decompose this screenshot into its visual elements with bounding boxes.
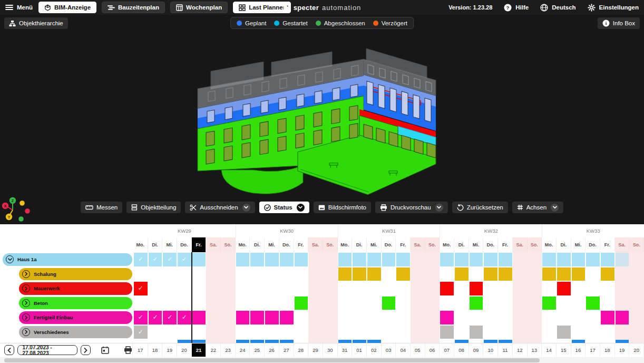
gantt-cell[interactable] xyxy=(572,268,586,281)
gantt-cell[interactable] xyxy=(250,311,264,324)
object-hierarchy-button[interactable]: Objekthierarchie xyxy=(4,17,68,29)
gantt-cell[interactable] xyxy=(382,297,396,310)
dropdown-toggle[interactable] xyxy=(435,204,443,212)
gantt-cell[interactable]: ✓ xyxy=(149,311,162,324)
date-cell[interactable]: 22 xyxy=(206,343,221,357)
gantt-cell[interactable] xyxy=(295,297,308,310)
chevron-right-icon[interactable] xyxy=(22,299,30,307)
gantt-cell[interactable] xyxy=(338,253,352,266)
next-period-button[interactable] xyxy=(81,345,91,355)
date-range-field[interactable]: 17.07.2023 - 27.08.2023 xyxy=(17,345,77,355)
row-pill-schalung[interactable]: Schalung xyxy=(19,268,132,281)
tab-wochenplan[interactable]: Wochenplan xyxy=(170,2,228,13)
date-cell[interactable]: 17 xyxy=(586,343,600,357)
gantt-cell[interactable] xyxy=(192,311,206,324)
date-cell[interactable]: 16 xyxy=(571,343,586,357)
gantt-cell[interactable] xyxy=(499,253,512,266)
date-cell[interactable]: 25 xyxy=(250,343,265,357)
date-cell[interactable]: 06 xyxy=(425,343,440,357)
chevron-right-icon[interactable] xyxy=(22,270,30,278)
date-cell[interactable]: 08 xyxy=(454,343,469,357)
chevron-right-icon[interactable] xyxy=(22,284,30,292)
tool-bildschirmfoto-button[interactable]: Bildschirmfoto xyxy=(314,202,371,213)
gantt-cell[interactable] xyxy=(470,282,483,295)
gantt-cell[interactable] xyxy=(236,253,250,266)
gantt-cell[interactable] xyxy=(265,253,279,266)
print-gantt-button[interactable] xyxy=(124,346,132,354)
gantt-cell[interactable] xyxy=(557,326,571,339)
horizontal-scrollbar-thumb[interactable] xyxy=(4,358,540,362)
gantt-cell[interactable] xyxy=(557,282,571,295)
date-cell[interactable]: 19 xyxy=(162,343,177,357)
gantt-cell[interactable] xyxy=(382,253,396,266)
gantt-cell[interactable] xyxy=(236,311,250,324)
date-cell[interactable]: 05 xyxy=(411,343,425,357)
chevron-right-icon[interactable] xyxy=(22,313,30,321)
gantt-cell[interactable] xyxy=(280,253,294,266)
gantt-cell[interactable] xyxy=(280,311,294,324)
gantt-cell[interactable] xyxy=(440,253,454,266)
info-box-button[interactable]: i Info Box xyxy=(598,17,640,29)
date-cell[interactable]: 12 xyxy=(513,343,528,357)
date-cell[interactable]: 10 xyxy=(483,343,498,357)
gantt-cell[interactable] xyxy=(601,268,614,281)
date-cell[interactable]: 29 xyxy=(308,343,323,357)
date-cell[interactable]: 01 xyxy=(352,343,367,357)
gantt-cell[interactable] xyxy=(542,268,556,281)
gantt-cell[interactable] xyxy=(616,253,629,266)
tool-zurucksetzen-button[interactable]: Zurücksetzen xyxy=(452,202,508,213)
tool-objektteilung-button[interactable]: Objektteilung xyxy=(126,202,181,213)
settings-button[interactable]: Einstellungen xyxy=(588,4,639,12)
gantt-cell[interactable] xyxy=(338,268,352,281)
gantt-cell[interactable] xyxy=(586,297,600,310)
bim-3d-viewport[interactable]: Z X Y xyxy=(0,15,644,224)
date-cell[interactable]: 17 xyxy=(133,343,148,357)
gantt-cell[interactable] xyxy=(542,297,556,310)
date-cell[interactable]: 18 xyxy=(148,343,163,357)
date-cell[interactable]: 24 xyxy=(236,343,250,357)
gantt-cell[interactable] xyxy=(455,268,469,281)
row-pill-fertigteil-einbau[interactable]: Fertigteil Einbau xyxy=(19,311,132,324)
gantt-cell[interactable] xyxy=(572,253,586,266)
date-cell[interactable]: 18 xyxy=(600,343,615,357)
date-cell[interactable]: 27 xyxy=(279,343,294,357)
date-cell[interactable]: 04 xyxy=(396,343,411,357)
date-cell[interactable]: 02 xyxy=(367,343,382,357)
gantt-cell[interactable] xyxy=(396,253,410,266)
date-cell[interactable]: 03 xyxy=(382,343,396,357)
gantt-cell[interactable] xyxy=(470,297,483,310)
gantt-cell[interactable] xyxy=(557,268,571,281)
calendar-button[interactable] xyxy=(101,346,109,354)
menu-button[interactable]: Menü xyxy=(5,4,33,11)
gantt-cell[interactable]: ✓ xyxy=(149,253,162,266)
gantt-cell[interactable] xyxy=(353,253,366,266)
tool-messen-button[interactable]: Messen xyxy=(81,202,122,213)
gantt-cell[interactable]: ✓ xyxy=(134,311,148,324)
row-pill-beton[interactable]: Beton xyxy=(19,297,132,310)
date-cell[interactable]: 14 xyxy=(542,343,557,357)
gantt-cell[interactable] xyxy=(542,253,556,266)
row-pill-mauerwerk[interactable]: Mauerwerk xyxy=(19,282,132,295)
dropdown-toggle[interactable] xyxy=(242,204,250,212)
gantt-cell[interactable] xyxy=(470,253,483,266)
gantt-cell[interactable] xyxy=(557,253,571,266)
gantt-cell[interactable] xyxy=(367,253,381,266)
dropdown-toggle[interactable] xyxy=(297,204,305,212)
date-cell[interactable]: 30 xyxy=(323,343,338,357)
gantt-cell[interactable]: ✓ xyxy=(178,253,191,266)
tab-bim-anzeige[interactable]: BIM-Anzeige xyxy=(38,2,96,13)
gantt-cell[interactable]: ✓ xyxy=(134,282,148,295)
gantt-cell[interactable]: ✓ xyxy=(163,311,177,324)
row-pill-verschiedenes[interactable]: Verschiedenes xyxy=(19,326,132,339)
date-cell[interactable]: 07 xyxy=(440,343,454,357)
bim-model-3d[interactable] xyxy=(174,41,469,199)
gantt-cell[interactable] xyxy=(601,311,614,324)
gantt-cell[interactable] xyxy=(616,311,629,324)
gantt-cell[interactable] xyxy=(484,253,497,266)
chevron-right-icon[interactable] xyxy=(22,328,30,336)
tool-ausschneiden-button[interactable]: Ausschneiden xyxy=(185,202,255,213)
tool-status-button[interactable]: Status xyxy=(259,202,309,213)
gantt-cell[interactable] xyxy=(250,253,264,266)
date-cell[interactable]: 15 xyxy=(557,343,571,357)
date-cell[interactable]: 11 xyxy=(498,343,513,357)
